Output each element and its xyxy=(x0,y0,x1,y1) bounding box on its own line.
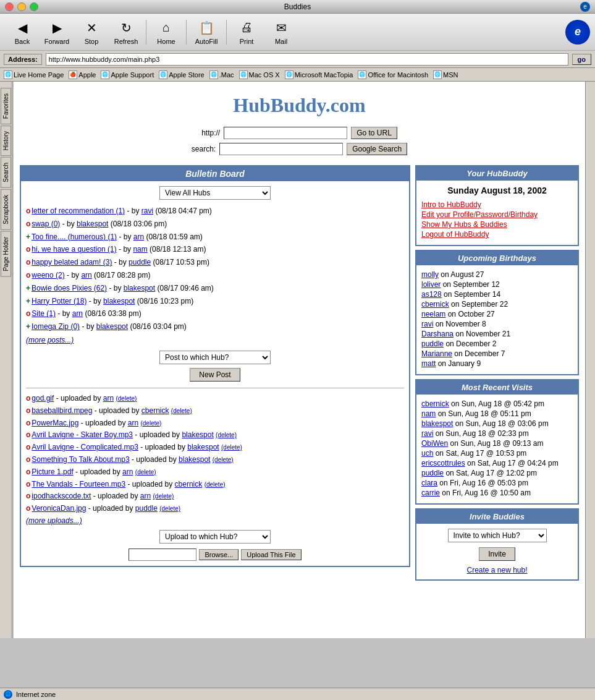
upload-link[interactable]: Picture 1.pdf xyxy=(32,467,73,476)
google-search-button[interactable]: Google Search xyxy=(347,143,407,155)
print-button[interactable]: 🖨 Print xyxy=(229,15,264,49)
uploader-link[interactable]: cbernick xyxy=(175,480,203,489)
post-link[interactable]: Harry Potter (18) xyxy=(32,297,87,305)
create-hub-link[interactable]: Create a new hub! xyxy=(421,566,573,574)
author-link[interactable]: arn xyxy=(81,271,91,280)
invite-hub-select[interactable]: Invite to which Hub? xyxy=(448,529,547,542)
new-post-button[interactable]: New Post xyxy=(190,368,240,382)
author-link[interactable]: arn xyxy=(133,233,144,241)
author-link[interactable]: nam xyxy=(133,245,147,254)
upload-link[interactable]: god.gif xyxy=(32,394,54,403)
intro-link[interactable]: Intro to HubBuddy xyxy=(421,200,573,209)
birthday-name-link[interactable]: as128 xyxy=(421,290,442,299)
bookmark-mactopia[interactable]: 🌐 Microsoft MacTopia xyxy=(285,70,353,79)
sidebar-tab-scrapbook[interactable]: Scrapbook xyxy=(1,189,11,230)
post-hub-select[interactable]: Post to which Hub? xyxy=(159,351,271,364)
back-button[interactable]: ◀ Back xyxy=(5,15,40,49)
mail-button[interactable]: ✉ Mail xyxy=(264,15,298,49)
author-link[interactable]: arn xyxy=(72,309,83,318)
sidebar-tab-pageholder[interactable]: Page Holder xyxy=(1,231,11,277)
bookmark-apple-store[interactable]: 🌐 Apple Store xyxy=(159,70,204,79)
upload-link[interactable]: ipodhackscode.txt xyxy=(32,492,91,500)
stop-button[interactable]: ✕ Stop xyxy=(74,15,109,49)
delete-link[interactable]: (delete) xyxy=(153,493,174,500)
uploader-link[interactable]: cbernick xyxy=(141,406,169,415)
birthday-name-link[interactable]: molly xyxy=(421,270,439,279)
bookmark-office[interactable]: 🌐 Office for Macintosh xyxy=(358,70,428,79)
post-link[interactable]: letter of recommendation (1) xyxy=(32,207,125,215)
post-link[interactable]: hi, we have a question (1) xyxy=(32,245,116,254)
birthday-name-link[interactable]: Marianne xyxy=(421,349,452,358)
more-uploads-link[interactable]: (more uploads...) xyxy=(26,516,404,525)
sidebar-tab-search[interactable]: Search xyxy=(1,157,11,188)
upload-link[interactable]: VeronicaDan.jpg xyxy=(32,504,86,513)
visit-name-link[interactable]: clara xyxy=(421,479,437,487)
visit-name-link[interactable]: ObiWen xyxy=(421,439,448,448)
uploader-link[interactable]: arn xyxy=(140,492,151,500)
visit-name-link[interactable]: carrie xyxy=(421,489,440,497)
upload-link[interactable]: Something To Talk About.mp3 xyxy=(32,455,129,464)
autofill-button[interactable]: 📋 AutoFill xyxy=(189,15,224,49)
refresh-button[interactable]: ↻ Refresh xyxy=(109,15,143,49)
maximize-button[interactable] xyxy=(30,2,38,11)
uploader-link[interactable]: puddle xyxy=(135,504,158,513)
author-link[interactable]: blakespot xyxy=(103,297,135,305)
delete-link[interactable]: (delete) xyxy=(116,395,137,402)
sidebar-tab-history[interactable]: History xyxy=(1,126,11,156)
profile-link[interactable]: Edit your Profile/Password/Birthday xyxy=(421,210,573,219)
birthday-name-link[interactable]: loliver xyxy=(421,280,441,289)
author-link[interactable]: blakespot xyxy=(124,284,155,292)
upload-link[interactable]: The Vandals - Fourteen.mp3 xyxy=(32,480,125,489)
upload-link[interactable]: Avril Lavigne - Skater Boy.mp3 xyxy=(32,430,133,439)
bookmark-msn[interactable]: 🌐 MSN xyxy=(433,70,458,79)
close-button[interactable] xyxy=(5,2,14,11)
visit-name-link[interactable]: ericscottrules xyxy=(421,459,465,467)
scrollbar[interactable] xyxy=(585,82,595,638)
delete-link[interactable]: (delete) xyxy=(213,456,234,463)
visit-name-link[interactable]: nam xyxy=(421,409,436,418)
address-input[interactable] xyxy=(46,53,568,66)
birthday-name-link[interactable]: puddle xyxy=(421,339,444,348)
upload-link[interactable]: PowerMac.jpg xyxy=(32,419,78,427)
birthday-name-link[interactable]: neelam xyxy=(421,310,445,318)
view-hub-select[interactable]: View All Hubs xyxy=(159,186,271,200)
uploader-link[interactable]: blakespot xyxy=(179,455,210,464)
more-posts-link[interactable]: (more posts...) xyxy=(26,336,404,344)
browse-button[interactable]: Browse... xyxy=(199,549,238,560)
home-button[interactable]: ⌂ Home xyxy=(149,15,184,49)
author-link[interactable]: blakespot xyxy=(77,220,108,228)
bookmark-macosx[interactable]: 🌐 Mac OS X xyxy=(239,70,280,79)
visit-name-link[interactable]: puddle xyxy=(421,469,444,477)
birthday-name-link[interactable]: matt xyxy=(421,359,436,368)
visit-name-link[interactable]: ravi xyxy=(421,429,433,438)
file-path-input[interactable] xyxy=(129,548,196,561)
delete-link[interactable]: (delete) xyxy=(205,481,226,488)
post-link[interactable]: Bowie does Pixies (62) xyxy=(32,284,107,292)
birthday-name-link[interactable]: Darshana xyxy=(421,330,454,338)
uploader-link[interactable]: blakespot xyxy=(187,443,219,451)
post-link[interactable]: weeno (2) xyxy=(32,271,64,280)
birthday-name-link[interactable]: ravi xyxy=(421,320,433,328)
post-link[interactable]: swap (0) xyxy=(32,220,60,228)
delete-link[interactable]: (delete) xyxy=(159,505,180,512)
delete-link[interactable]: (delete) xyxy=(221,444,242,451)
sidebar-tab-favorites[interactable]: Favorites xyxy=(1,88,11,124)
post-link[interactable]: Iomega Zip (0) xyxy=(32,322,80,331)
upload-link[interactable]: baseballbird.mpeg xyxy=(32,406,92,415)
hubs-buddies-link[interactable]: Show My Hubs & Buddies xyxy=(421,220,573,229)
delete-link[interactable]: (delete) xyxy=(171,408,192,414)
goto-url-button[interactable]: Go to URL xyxy=(351,127,397,139)
search-input[interactable] xyxy=(219,143,343,155)
bookmark-live-home[interactable]: 🌐 Live Home Page xyxy=(4,70,64,79)
invite-button[interactable]: Invite xyxy=(479,547,515,561)
post-link[interactable]: Site (1) xyxy=(32,309,56,318)
uploader-link[interactable]: arn xyxy=(103,394,114,403)
logout-link[interactable]: Logout of HubBuddy xyxy=(421,230,573,239)
author-link[interactable]: blakespot xyxy=(96,322,128,331)
visit-name-link[interactable]: blakespot xyxy=(421,419,453,428)
bookmark-apple[interactable]: 🍎 Apple xyxy=(69,70,96,79)
delete-link[interactable]: (delete) xyxy=(135,469,156,476)
forward-button[interactable]: ▶ Forward xyxy=(40,15,74,49)
uploader-link[interactable]: blakespot xyxy=(182,430,213,439)
uploader-link[interactable]: arn xyxy=(128,419,138,427)
